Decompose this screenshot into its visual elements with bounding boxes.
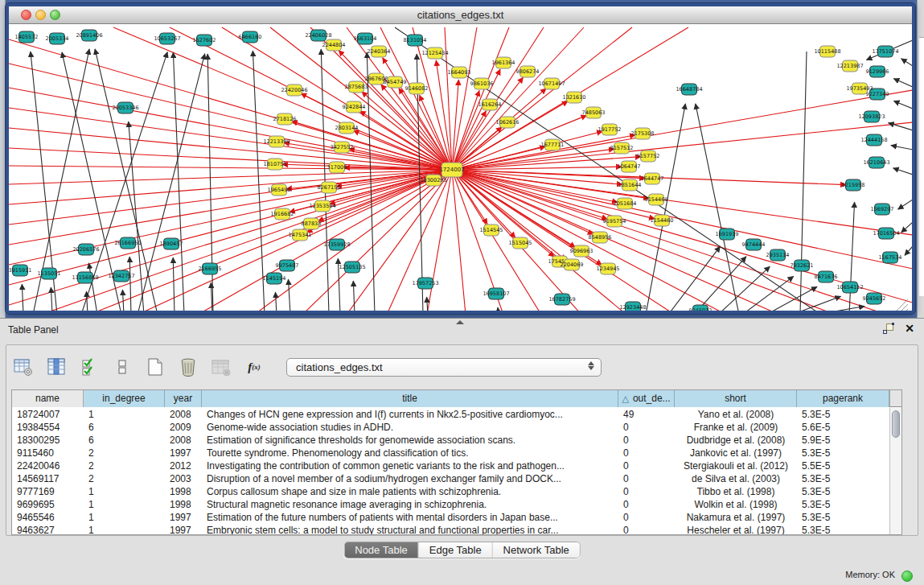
background-window-edge <box>917 0 924 318</box>
cell-title: Embryonic stem cells: a model to study s… <box>202 524 618 534</box>
graph-edge[interactable] <box>893 168 912 175</box>
graph-edge[interactable] <box>9 128 452 170</box>
window-titlebar[interactable]: citations_edges.txt <box>9 6 912 24</box>
table-row[interactable]: 1830029562008Estimation of significance … <box>12 434 889 447</box>
tab-network-table[interactable]: Network Table <box>493 542 580 558</box>
table-row[interactable]: 1938455462009Genome-wide association stu… <box>12 421 889 434</box>
splitter-handle-icon[interactable] <box>456 320 464 324</box>
function-builder-icon[interactable]: f(x) <box>244 356 265 377</box>
graph-node-label: 19735493 <box>846 85 873 92</box>
graph-edge[interactable] <box>901 222 912 233</box>
table-row[interactable]: 1872400712008Changes of HCN gene express… <box>12 408 889 421</box>
row-pair-icon[interactable] <box>112 356 133 377</box>
graph-node-label: 12353594 <box>309 203 335 209</box>
graph-edge[interactable] <box>9 170 452 305</box>
tab-edge-table[interactable]: Edge Table <box>419 542 493 558</box>
graph-edge[interactable] <box>893 101 912 109</box>
column-header-name[interactable]: name <box>12 390 84 407</box>
scrollbar-thumb[interactable] <box>892 410 900 438</box>
graph-edge[interactable] <box>901 59 912 66</box>
cell-pagerank: 5.3E-5 <box>797 447 889 459</box>
table-row[interactable]: 969969511998Structural magnetic resonanc… <box>12 498 889 511</box>
graph-edge[interactable] <box>452 90 912 170</box>
header-corner <box>889 390 901 406</box>
graph-edge[interactable] <box>452 27 632 170</box>
status-bar: Memory: OK <box>0 564 924 585</box>
close-panel-icon[interactable]: ✕ <box>905 323 914 334</box>
select-all-checks-icon[interactable] <box>79 356 100 377</box>
graph-edge[interactable] <box>9 170 452 184</box>
graph-edge[interactable] <box>41 170 452 311</box>
graph-edge[interactable] <box>898 200 912 209</box>
graph-node-label: 3915911 <box>9 267 31 274</box>
zoom-button[interactable] <box>50 10 60 20</box>
graph-edge[interactable] <box>253 51 265 311</box>
memory-status-indicator[interactable] <box>901 571 913 582</box>
float-panel-icon[interactable] <box>883 323 893 334</box>
graph-edge[interactable] <box>9 39 452 170</box>
column-header-out_degree[interactable]: △ out_de... <box>618 390 675 407</box>
table-row[interactable]: 1456911722003Disruption of a novel membe… <box>12 472 889 485</box>
graph-edge[interactable] <box>122 290 124 311</box>
column-header-year[interactable]: year <box>165 390 202 407</box>
graph-edge[interactable] <box>905 246 912 255</box>
show-columns-icon[interactable] <box>46 356 67 377</box>
graph-edge[interactable] <box>668 246 721 311</box>
graph-node-label: 1234945 <box>597 266 620 272</box>
graph-edge[interactable] <box>452 170 912 235</box>
network-view-window[interactable]: citations_edges.txt 14055722005334208914… <box>6 3 915 314</box>
close-button[interactable] <box>21 10 31 20</box>
graph-node-label: 9096963 <box>570 248 593 254</box>
graph-edge[interactable] <box>427 297 428 311</box>
graph-edge[interactable] <box>742 276 794 311</box>
table-mode-icon[interactable] <box>13 356 34 377</box>
cell-in_degree: 6 <box>84 421 165 434</box>
graph-edge[interactable] <box>792 296 841 311</box>
new-document-icon[interactable] <box>145 356 166 377</box>
table-panel: Table Panel ✕ <box>0 318 924 585</box>
graph-node-label: 1724007 <box>439 167 464 173</box>
network-canvas[interactable]: 1405572200533420891406106532671527602646… <box>9 25 912 311</box>
graph-edge[interactable] <box>452 122 912 170</box>
graph-edge[interactable] <box>22 284 23 311</box>
tab-node-table[interactable]: Node Table <box>344 542 419 558</box>
trash-icon[interactable] <box>178 356 199 377</box>
table-row[interactable]: 946554611997Estimation of the future num… <box>12 511 889 524</box>
table-row[interactable]: 946362711997Embryonic stem cells: a mode… <box>12 524 889 534</box>
graph-edge[interactable] <box>893 299 908 311</box>
graph-edge[interactable] <box>170 27 452 170</box>
graph-edge[interactable] <box>51 287 52 311</box>
graph-edge[interactable] <box>498 307 499 311</box>
graph-edge[interactable] <box>452 27 544 170</box>
cell-year: 2003 <box>165 472 202 485</box>
graph-node-label: 2051684 <box>614 200 637 207</box>
graph-edge[interactable] <box>173 257 175 311</box>
graph-edge[interactable] <box>173 52 184 311</box>
graph-edge[interactable] <box>452 170 466 311</box>
minimize-button[interactable] <box>35 10 46 20</box>
graph-edge[interactable] <box>353 281 355 311</box>
graph-edge[interactable] <box>696 104 739 311</box>
cell-out_degree: 0 <box>618 498 675 511</box>
graph-edge[interactable] <box>9 170 452 225</box>
graph-edge[interactable] <box>893 79 912 87</box>
graph-edge[interactable] <box>113 27 452 170</box>
vertical-scrollbar[interactable] <box>889 408 901 534</box>
column-header-pagerank[interactable]: pagerank <box>797 390 889 407</box>
cell-in_degree: 1 <box>84 485 165 498</box>
table-row[interactable]: 977716911998Corpus callosum shape and si… <box>12 485 889 498</box>
column-header-short[interactable]: short <box>675 390 797 407</box>
graph-edge[interactable] <box>129 122 144 311</box>
graph-edge[interactable] <box>903 309 908 311</box>
column-header-in_degree[interactable]: in_degree <box>84 390 165 407</box>
graph-node-label: 1514545 <box>480 227 503 233</box>
graph-edge[interactable] <box>891 146 912 150</box>
graph-edge[interactable] <box>289 279 290 311</box>
citation-graph[interactable]: 1405572200533420891406106532671527602646… <box>9 25 912 311</box>
graph-edge[interactable] <box>275 292 277 311</box>
column-header-title[interactable]: title <box>202 390 618 407</box>
table-row[interactable]: 2242004622012Investigating the contribut… <box>12 459 889 472</box>
graph-node-label: 16958107 <box>483 290 509 297</box>
table-row[interactable]: 911546021997Tourette syndrome. Phenomeno… <box>12 447 889 459</box>
table-selector-dropdown[interactable]: citations_edges.txt <box>286 358 602 377</box>
